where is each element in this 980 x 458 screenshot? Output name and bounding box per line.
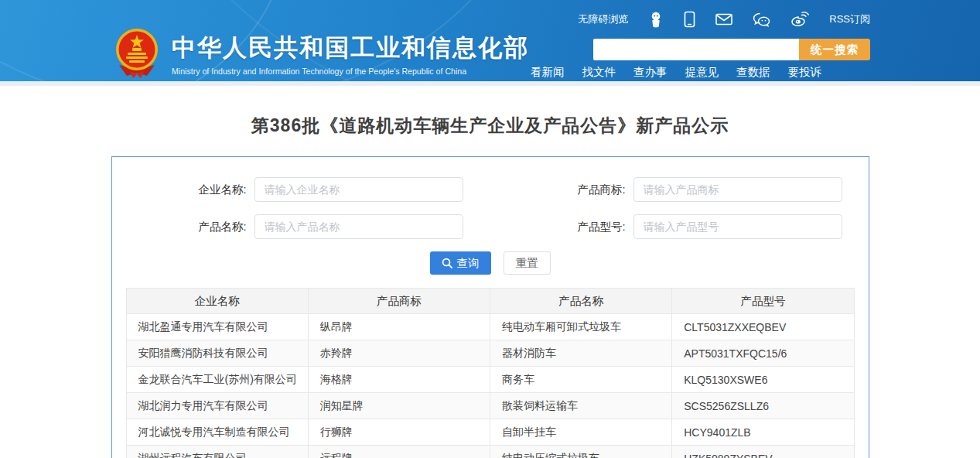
cell-r4-c0: 河北诚悦专用汽车制造有限公司: [126, 419, 308, 446]
rss-link[interactable]: RSS订阅: [829, 12, 870, 26]
product-brand-input[interactable]: [633, 177, 842, 202]
product-model-field: 产品型号:: [517, 214, 842, 239]
main-content: 第386批《道路机动车辆生产企业及产品公告》新产品公示 企业名称:产品商标:产品…: [0, 114, 980, 458]
cell-r0-c2: 纯电动车厢可卸式垃圾车: [490, 314, 672, 340]
weibo-icon[interactable]: [790, 12, 809, 27]
brand: 中华人民共和国工业和信息化部 Ministry of Industry and …: [113, 28, 529, 79]
product-name-field: 产品名称:: [138, 214, 463, 239]
cell-r0-c0: 湖北盈通专用汽车有限公司: [126, 314, 308, 340]
national-emblem-logo: [113, 28, 161, 79]
cell-r4-c3: HCY9401ZLB: [672, 419, 854, 446]
unified-search: 统一搜索: [593, 39, 870, 60]
product-model-input[interactable]: [633, 214, 842, 239]
nav-link-1[interactable]: 找文件: [582, 65, 616, 80]
cell-r2-c1: 海格牌: [308, 367, 490, 393]
nav-link-2[interactable]: 查办事: [633, 65, 668, 80]
cell-r3-c0: 湖北润力专用汽车有限公司: [126, 393, 308, 419]
company-name-field: 企业名称:: [138, 177, 463, 202]
utility-bar: 无障碍浏览: [578, 11, 870, 28]
cell-r3-c3: SCS5256ZSLLZ6: [672, 393, 854, 419]
page-title: 第386批《道路机动车辆生产企业及产品公告》新产品公示: [0, 114, 980, 138]
column-header-0: 企业名称: [126, 289, 308, 314]
cell-r3-c1: 润知星牌: [308, 393, 490, 419]
nav-link-5[interactable]: 要投诉: [788, 65, 822, 80]
cell-r1-c3: APT5031TXFQC15/6: [672, 340, 854, 367]
nav-link-3[interactable]: 提意见: [685, 65, 719, 80]
cell-r4-c1: 行狮牌: [308, 419, 490, 446]
site-title: 中华人民共和国工业和信息化部: [172, 32, 529, 64]
query-button[interactable]: 查询: [430, 251, 491, 275]
cell-r2-c0: 金龙联合汽车工业(苏州)有限公司: [126, 367, 308, 393]
quick-nav: 看新闻找文件查办事提意见查数据要投诉: [531, 65, 821, 80]
cell-r0-c3: CLT5031ZXXEQBEV: [672, 314, 854, 340]
product-brand-field: 产品商标:: [517, 177, 842, 202]
column-header-2: 产品名称: [490, 289, 672, 314]
cell-r3-c2: 散装饲料运输车: [490, 393, 672, 419]
table-row-4: 河北诚悦专用汽车制造有限公司行狮牌自卸半挂车HCY9401ZLB: [126, 419, 854, 446]
cell-r5-c2: 纯电动压缩式垃圾车: [490, 446, 672, 458]
product-model-label: 产品型号:: [517, 220, 633, 234]
table-row-0: 湖北盈通专用汽车有限公司纵昂牌纯电动车厢可卸式垃圾车CLT5031ZXXEQBE…: [126, 314, 854, 340]
cell-r0-c1: 纵昂牌: [308, 314, 490, 340]
mobile-icon[interactable]: [684, 11, 695, 28]
cell-r1-c2: 器材消防车: [490, 340, 672, 367]
table-row-1: 安阳猎鹰消防科技有限公司赤羚牌器材消防车APT5031TXFQC15/6: [126, 340, 854, 367]
cell-r4-c2: 自卸半挂车: [490, 419, 672, 446]
table-row-3: 湖北润力专用汽车有限公司润知星牌散装饲料运输车SCS5256ZSLLZ6: [126, 393, 854, 419]
wechat-icon[interactable]: [753, 12, 770, 27]
search-icon: [442, 258, 452, 268]
query-button-label: 查询: [457, 256, 480, 271]
company-name-input[interactable]: [254, 177, 463, 202]
column-header-1: 产品商标: [308, 289, 490, 314]
company-name-label: 企业名称:: [138, 183, 254, 197]
accessibility-link[interactable]: 无障碍浏览: [578, 12, 628, 26]
column-header-3: 产品型号: [672, 289, 854, 314]
nav-link-4[interactable]: 查数据: [736, 65, 770, 80]
site-header: 无障碍浏览: [0, 0, 980, 81]
robot-mascot-icon[interactable]: [648, 11, 664, 28]
cell-r5-c3: HZK5080ZYSBEV: [672, 446, 854, 458]
cell-r5-c0: 湖州远程汽车有限公司: [126, 446, 308, 458]
mail-icon[interactable]: [715, 13, 732, 26]
unified-search-input[interactable]: [593, 39, 799, 60]
product-name-label: 产品名称:: [138, 220, 254, 234]
table-row-2: 金龙联合汽车工业(苏州)有限公司海格牌商务车KLQ5130XSWE6: [126, 367, 854, 393]
reset-button[interactable]: 重置: [504, 251, 551, 275]
cell-r1-c1: 赤羚牌: [308, 340, 490, 367]
results-table: 企业名称产品商标产品名称产品型号 湖北盈通专用汽车有限公司纵昂牌纯电动车厢可卸式…: [126, 288, 855, 458]
cell-r1-c0: 安阳猎鹰消防科技有限公司: [126, 340, 308, 367]
unified-search-button[interactable]: 统一搜索: [799, 39, 870, 60]
cell-r2-c3: KLQ5130XSWE6: [672, 367, 854, 393]
filter-panel: 企业名称:产品商标:产品名称:产品型号: 查询 重置 企业名称产品商标产品名称产…: [111, 156, 869, 458]
product-brand-label: 产品商标:: [517, 183, 633, 197]
nav-link-0[interactable]: 看新闻: [531, 65, 565, 80]
filter-form: 企业名称:产品商标:产品名称:产品型号:: [112, 177, 869, 239]
header-divider-strip: [0, 81, 980, 86]
cell-r2-c2: 商务车: [490, 367, 672, 393]
table-row-5: 湖州远程汽车有限公司远程牌纯电动压缩式垃圾车HZK5080ZYSBEV: [126, 446, 854, 458]
product-name-input[interactable]: [254, 214, 463, 239]
site-title-en: Ministry of Industry and Information Tec…: [172, 67, 529, 76]
cell-r5-c1: 远程牌: [308, 446, 490, 458]
